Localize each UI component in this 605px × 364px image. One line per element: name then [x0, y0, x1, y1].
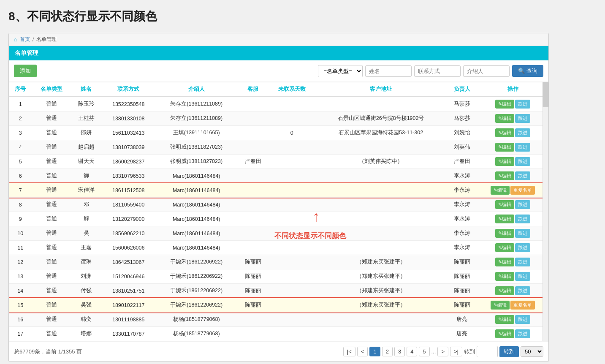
cell-manager: 唐亮 [447, 327, 477, 341]
cell-manager: 马莎莎 [447, 111, 477, 126]
advance-button[interactable]: 跌进 [515, 229, 530, 238]
add-button[interactable]: 添加 [14, 65, 37, 77]
cell-address [315, 312, 447, 327]
advance-button[interactable]: 跌进 [515, 114, 530, 123]
page-3[interactable]: 3 [394, 347, 405, 356]
page-first[interactable]: |< [343, 347, 355, 356]
cell-service: 陈丽丽 [238, 284, 269, 298]
jump-input[interactable] [477, 346, 498, 357]
cell-name: 谭琳 [71, 255, 101, 269]
cell-days [269, 169, 315, 183]
edit-button[interactable]: ✎编辑 [495, 114, 514, 123]
cell-contact: 15611032413 [102, 126, 155, 140]
duplicate-button[interactable]: 重复名单 [510, 186, 535, 195]
cell-name: 解 [71, 212, 101, 226]
page-prev[interactable]: < [357, 347, 368, 356]
advance-button[interactable]: 跌进 [515, 258, 530, 266]
edit-button[interactable]: ✎编辑 [495, 286, 514, 295]
advance-button[interactable]: 跌进 [515, 315, 530, 324]
cell-name: 吴强 [71, 298, 101, 312]
cell-name: 赵启超 [71, 140, 101, 155]
edit-button[interactable]: ✎编辑 [495, 229, 514, 238]
edit-button[interactable]: ✎编辑 [495, 215, 514, 223]
page-4[interactable]: 4 [407, 347, 417, 356]
advance-button[interactable]: 跌进 [515, 272, 530, 281]
edit-button[interactable]: ✎编辑 [491, 301, 510, 310]
page-next[interactable]: > [437, 347, 448, 356]
edit-button[interactable]: ✎编辑 [495, 200, 514, 209]
home-icon: ⌂ [14, 36, 17, 43]
col-service: 客服 [238, 82, 269, 97]
col-address: 客户地址 [315, 82, 447, 97]
advance-button[interactable]: 跌进 [515, 329, 530, 338]
page-size-select[interactable]: 50 100 200 [521, 346, 543, 357]
cell-days [269, 327, 315, 341]
page-1[interactable]: 1 [369, 347, 380, 356]
edit-button[interactable]: ✎编辑 [495, 329, 514, 338]
cell-referrer: 张明威(13811827023) [155, 140, 238, 155]
pagination: |< < 1 2 3 4 5 ... > >| 转到 转到 50 100 200 [343, 346, 543, 357]
cell-referrer: 于婉禾(18612206922) [155, 255, 238, 269]
cell-name: 吴 [71, 226, 101, 241]
cell-service [238, 226, 269, 241]
edit-button[interactable]: ✎编辑 [495, 143, 514, 152]
cell-manager: 陈丽丽 [447, 298, 477, 312]
edit-button[interactable]: ✎编辑 [495, 272, 514, 281]
cell-action: ✎编辑重复名单 [477, 298, 548, 312]
col-type: 名单类型 [32, 82, 71, 97]
duplicate-button[interactable]: 重复名单 [510, 301, 535, 310]
edit-button[interactable]: ✎编辑 [495, 171, 514, 180]
cell-manager: 唐亮 [447, 312, 477, 327]
cell-days [269, 111, 315, 126]
type-select[interactable]: =名单类型= [318, 65, 363, 77]
cell-type: 普通 [32, 198, 71, 212]
advance-button[interactable]: 跌进 [515, 143, 530, 152]
page-last[interactable]: >| [450, 347, 462, 356]
advance-button[interactable]: 跌进 [515, 100, 530, 109]
edit-button[interactable]: ✎编辑 [495, 128, 514, 137]
advance-button[interactable]: 跌进 [515, 171, 530, 180]
edit-button[interactable]: ✎编辑 [495, 100, 514, 109]
advance-button[interactable]: 跌进 [515, 286, 530, 295]
cell-service [238, 169, 269, 183]
table-row: 2普通王桂芬13801330108朱存立(13611211089)石景山区城通街… [9, 111, 548, 126]
cell-contact: 18901022117 [102, 298, 155, 312]
edit-button[interactable]: ✎编辑 [495, 258, 514, 266]
breadcrumb-home[interactable]: 首页 [20, 36, 30, 43]
referrer-input[interactable] [463, 65, 510, 77]
cell-manager: 李永涛 [447, 226, 477, 241]
cell-id: 7 [9, 183, 32, 198]
cell-name: 御 [71, 169, 101, 183]
page-2[interactable]: 2 [382, 347, 393, 356]
contact-input[interactable] [414, 65, 461, 77]
edit-button[interactable]: ✎编辑 [495, 315, 514, 324]
cell-action: ✎编辑跌进 [477, 255, 548, 269]
cell-contact: 15600626006 [102, 241, 155, 255]
cell-type: 普通 [32, 284, 71, 298]
cell-contact: 13522350548 [102, 97, 155, 111]
cell-id: 12 [9, 255, 32, 269]
scrollbar-thumb[interactable] [543, 82, 548, 107]
search-button[interactable]: 🔍 查询 [512, 65, 543, 77]
cell-contact: 15120046946 [102, 269, 155, 284]
table-row: 5普通谢天天18600298237张明威(13811827023)严春田（刘英伟… [9, 155, 548, 169]
table-row: 12普通谭琳18642513067于婉禾(18612206922)陈丽丽（郑建东… [9, 255, 548, 269]
advance-button[interactable]: 跌进 [515, 200, 530, 209]
cell-id: 17 [9, 327, 32, 341]
page-5[interactable]: 5 [419, 347, 429, 356]
advance-button[interactable]: 跌进 [515, 243, 530, 252]
advance-button[interactable]: 跌进 [515, 128, 530, 137]
panel-header: 名单管理 [9, 46, 548, 60]
goto-button[interactable]: 转到 [499, 346, 519, 357]
scrollbar-track[interactable] [543, 82, 548, 341]
edit-button[interactable]: ✎编辑 [491, 186, 510, 195]
name-input[interactable] [365, 65, 412, 77]
col-manager: 负责人 [447, 82, 477, 97]
cell-name: 王桂芬 [71, 111, 101, 126]
cell-service [238, 212, 269, 226]
edit-button[interactable]: ✎编辑 [495, 243, 514, 252]
advance-button[interactable]: 跌进 [515, 157, 530, 166]
advance-button[interactable]: 跌进 [515, 215, 530, 223]
edit-button[interactable]: ✎编辑 [495, 157, 514, 166]
cell-contact: 18110559400 [102, 198, 155, 212]
